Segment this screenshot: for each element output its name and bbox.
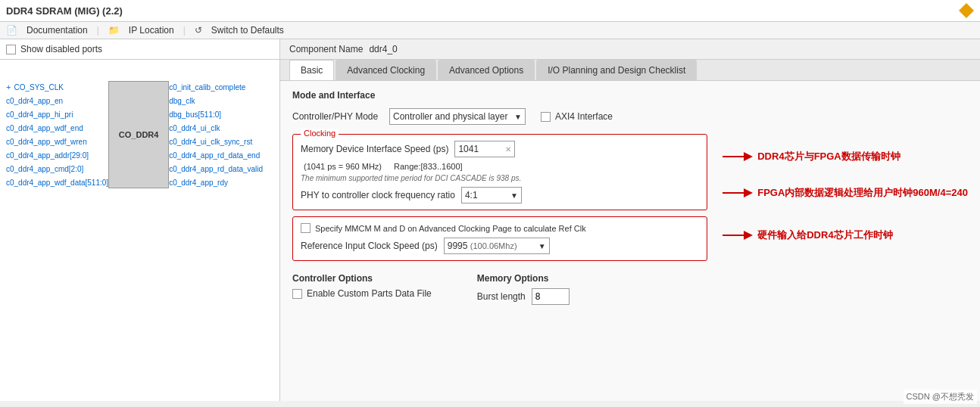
arrow3-icon xyxy=(723,228,753,243)
mode-interface-header: Mode and Interface xyxy=(292,90,968,101)
enable-custom-checkbox[interactable] xyxy=(292,289,302,299)
specify-mmcm-checkbox[interactable] xyxy=(301,223,311,233)
ip-location-button[interactable]: IP Location xyxy=(129,25,174,36)
controller-memory-section: Controller Options Enable Custom Parts D… xyxy=(292,273,968,305)
documentation-button[interactable]: Documentation xyxy=(27,25,88,36)
port-label: c0_ddr4_app_rd_data_end xyxy=(169,151,260,160)
list-item: c0_ddr4_app_en xyxy=(6,95,108,107)
annotation1-row: DDR4芯片与FPGA数据传输时钟 xyxy=(723,149,968,164)
port-label: c0_ddr4_app_rdy xyxy=(169,179,228,187)
phy-ratio-label: PHY to controller clock frequency ratio xyxy=(301,190,455,200)
main-layout: Show disabled ports +CO_SYS_CLK c0_ddr4_… xyxy=(0,39,980,401)
annotation3-text: 硬件输入给DDR4芯片工作时钟 xyxy=(757,228,892,242)
tab-advanced-options[interactable]: Advanced Options xyxy=(438,60,535,80)
component-name-bar: Component Name ddr4_0 xyxy=(280,39,980,60)
ref-input-dropdown[interactable]: 9995 (100.06Mhz) ▼ xyxy=(444,238,550,254)
tab-advanced-clocking[interactable]: Advanced Clocking xyxy=(336,60,436,80)
ref-input-label: Reference Input Clock Speed (ps) xyxy=(301,241,438,251)
enable-custom-row: Enable Custom Parts Data File xyxy=(292,288,432,299)
show-disabled-checkbox[interactable] xyxy=(6,45,16,54)
chevron-down-icon: ▼ xyxy=(510,191,518,200)
clocking-legend: Clocking xyxy=(301,129,339,138)
mem-speed-label: Memory Device Interface Speed (ps) xyxy=(301,144,448,154)
annotations-column: DDR4芯片与FPGA数据传输时钟 FPGA内部数据逻辑处理给用户时钟960M/… xyxy=(723,134,968,243)
port-label: c0_ddr4_app_rd_data_valid xyxy=(169,165,263,173)
component-name-value: ddr4_0 xyxy=(369,44,397,54)
list-item: dbg_bus[511:0] xyxy=(169,108,263,120)
tab-io-planning[interactable]: I/O Planning and Design Checklist xyxy=(536,60,697,80)
list-item: c0_ddr4_app_rd_data_end xyxy=(169,149,263,161)
port-label: c0_ddr4_app_wdf_data[511:0] xyxy=(6,179,108,187)
arrow2-icon xyxy=(723,185,753,200)
ref-input-value: 9995 (100.06Mhz) xyxy=(448,241,517,251)
right-panel: Component Name ddr4_0 Basic Advanced Clo… xyxy=(280,39,980,401)
list-item: c0_ddr4_app_wdf_end xyxy=(6,122,108,134)
tab-basic[interactable]: Basic xyxy=(289,60,334,80)
list-item: c0_init_calib_complete xyxy=(169,81,263,93)
port-label: c0_ddr4_ui_clk_sync_rst xyxy=(169,138,252,146)
annotation2-text: FPGA内部数据逻辑处理给用户时钟960M/4=240 xyxy=(757,186,968,200)
csdn-badge: CSDN @不想秃发 xyxy=(904,390,977,404)
annotation1-text: DDR4芯片与FPGA数据传输时钟 xyxy=(757,150,900,163)
ref-input-row: Reference Input Clock Speed (ps) 9995 (1… xyxy=(301,238,699,254)
mem-speed-value: 1041 xyxy=(458,144,479,154)
annotation3-row: 硬件输入给DDR4芯片工作时钟 xyxy=(723,228,968,243)
controller-phy-dropdown[interactable]: Controller and physical layer ▼ xyxy=(389,108,526,125)
controller-phy-row: Controller/PHY Mode Controller and physi… xyxy=(292,108,968,125)
left-panel-header: Show disabled ports xyxy=(0,39,279,60)
refresh-icon: ↺ xyxy=(195,25,202,36)
controller-phy-value: Controller and physical layer xyxy=(393,111,507,122)
separator: | xyxy=(97,25,99,36)
range-label: Range:[833..1600] xyxy=(394,162,463,171)
app-title: DDR4 SDRAM (MIG) (2.2) xyxy=(6,5,123,17)
clocking-section: Clocking Memory Device Interface Speed (… xyxy=(292,134,707,267)
warning-text: The minimum supported time period for DC… xyxy=(301,174,699,182)
port-label: c0_ddr4_ui_clk xyxy=(169,124,220,132)
expand-icon[interactable]: + xyxy=(6,82,11,92)
switch-defaults-button[interactable]: Switch to Defaults xyxy=(211,25,284,36)
mem-speed-sub-row: (1041 ps = 960 MHz) Range:[833..1600] xyxy=(301,162,699,171)
chevron-down-icon: ▼ xyxy=(514,113,522,121)
port-label: c0_ddr4_app_en xyxy=(6,97,63,105)
component-name-label: Component Name xyxy=(289,44,363,54)
doc-icon: 📄 xyxy=(6,25,17,36)
burst-length-row: Burst length xyxy=(477,288,570,305)
list-item: c0_ddr4_ui_clk_sync_rst xyxy=(169,135,263,148)
top-bar: DDR4 SDRAM (MIG) (2.2) xyxy=(0,0,980,22)
list-item: c0_ddr4_ui_clk xyxy=(169,122,263,134)
list-item: +CO_SYS_CLK xyxy=(6,81,108,93)
mem-speed-sub: (1041 ps = 960 MHz) xyxy=(304,162,382,171)
axi4-checkbox[interactable] xyxy=(541,112,551,122)
component-block: CO_DDR4 xyxy=(108,81,169,188)
specify-mmcm-label: Specify MMCM M and D on Advanced Clockin… xyxy=(315,224,586,233)
arrow1-icon xyxy=(723,149,753,164)
show-disabled-label: Show disabled ports xyxy=(20,44,102,54)
mem-speed-row: Memory Device Interface Speed (ps) 1041 … xyxy=(301,141,699,157)
controller-options-header: Controller Options xyxy=(292,273,432,284)
list-item: c0_ddr4_app_hi_pri xyxy=(6,108,108,120)
clocking-box: Clocking Memory Device Interface Speed (… xyxy=(292,134,707,210)
axi4-label: AXI4 Interface xyxy=(555,111,613,122)
port-label: dbg_clk xyxy=(169,97,195,105)
port-label: c0_ddr4_app_wdf_wren xyxy=(6,138,87,146)
right-ports: c0_init_calib_complete dbg_clk dbg_bus[5… xyxy=(169,81,263,188)
memory-options-header: Memory Options xyxy=(477,273,570,284)
clear-icon[interactable]: ✕ xyxy=(505,145,511,154)
axi4-row: AXI4 Interface xyxy=(541,111,613,122)
specify-mmcm-row: Specify MMCM M and D on Advanced Clockin… xyxy=(301,223,699,233)
phy-ratio-value: 4:1 xyxy=(465,190,478,200)
mem-speed-input[interactable]: 1041 ✕ xyxy=(454,141,515,157)
list-item: dbg_clk xyxy=(169,95,263,107)
port-label: c0_init_calib_complete xyxy=(169,83,245,92)
port-label: c0_ddr4_app_addr[29:0] xyxy=(6,151,89,160)
block-container: +CO_SYS_CLK c0_ddr4_app_en c0_ddr4_app_h… xyxy=(6,81,273,188)
annotation2-row: FPGA内部数据逻辑处理给用户时钟960M/4=240 xyxy=(723,185,968,200)
phy-ratio-row: PHY to controller clock frequency ratio … xyxy=(301,187,699,204)
phy-ratio-dropdown[interactable]: 4:1 ▼ xyxy=(461,187,522,204)
list-item: c0_ddr4_app_wdf_data[511:0] xyxy=(6,176,108,188)
controller-options-col: Controller Options Enable Custom Parts D… xyxy=(292,273,432,305)
burst-length-input[interactable] xyxy=(532,288,570,305)
burst-length-label: Burst length xyxy=(477,291,526,302)
enable-custom-label: Enable Custom Parts Data File xyxy=(307,288,432,299)
schematic-area: +CO_SYS_CLK c0_ddr4_app_en c0_ddr4_app_h… xyxy=(0,60,279,401)
